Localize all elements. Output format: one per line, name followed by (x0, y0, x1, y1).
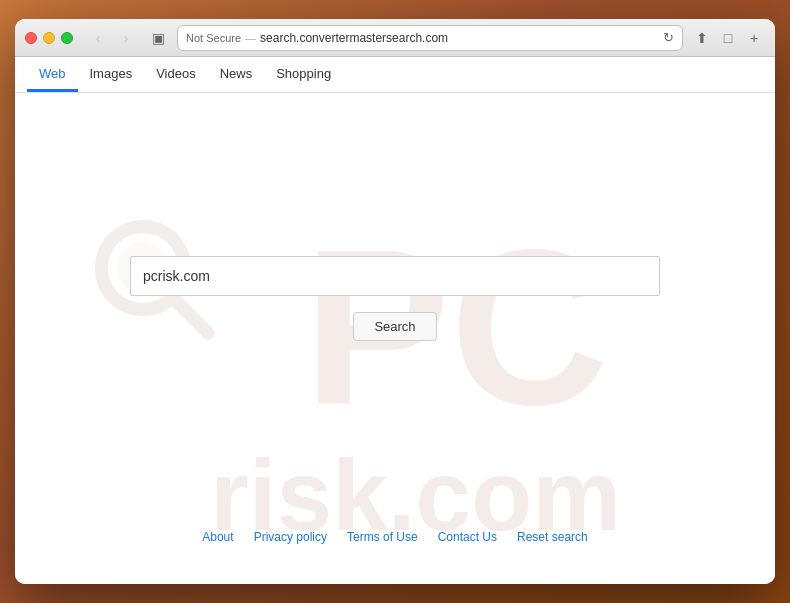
about-link[interactable]: About (202, 530, 233, 544)
tab-shopping[interactable]: Shopping (264, 57, 343, 92)
terms-link[interactable]: Terms of Use (347, 530, 418, 544)
close-button[interactable] (25, 32, 37, 44)
back-button[interactable]: ‹ (85, 27, 111, 49)
share-button[interactable]: ⬆ (691, 27, 713, 49)
contact-link[interactable]: Contact Us (438, 530, 497, 544)
browser-window: ‹ › ▣ Not Secure — search.convertermaste… (15, 19, 775, 584)
url-text: search.convertermastersearch.com (260, 31, 659, 45)
tab-videos[interactable]: Videos (144, 57, 208, 92)
minimize-button[interactable] (43, 32, 55, 44)
toolbar-actions: ⬆ □ + (691, 27, 765, 49)
search-form: Search (130, 256, 660, 341)
nav-tabs: Web Images Videos News Shopping (15, 57, 775, 93)
tab-web[interactable]: Web (27, 57, 78, 92)
address-bar[interactable]: Not Secure — search.convertermastersearc… (177, 25, 683, 51)
tab-switcher-button[interactable]: ▣ (147, 27, 169, 49)
maximize-button[interactable] (61, 32, 73, 44)
privacy-policy-link[interactable]: Privacy policy (254, 530, 327, 544)
search-input[interactable] (130, 256, 660, 296)
reload-button[interactable]: ↻ (663, 30, 674, 45)
tab-images[interactable]: Images (78, 57, 145, 92)
tab-news[interactable]: News (208, 57, 265, 92)
title-bar: ‹ › ▣ Not Secure — search.convertermaste… (15, 19, 775, 57)
traffic-lights (25, 32, 73, 44)
main-content: PC risk.com Search About Privacy policy … (15, 93, 775, 584)
address-separator: — (245, 32, 256, 44)
new-tab-button[interactable]: □ (717, 27, 739, 49)
forward-button[interactable]: › (113, 27, 139, 49)
nav-buttons: ‹ › (85, 27, 139, 49)
footer-links: About Privacy policy Terms of Use Contac… (202, 530, 587, 544)
add-tab-button[interactable]: + (743, 27, 765, 49)
reset-search-link[interactable]: Reset search (517, 530, 588, 544)
search-button[interactable]: Search (353, 312, 436, 341)
not-secure-label: Not Secure (186, 32, 241, 44)
